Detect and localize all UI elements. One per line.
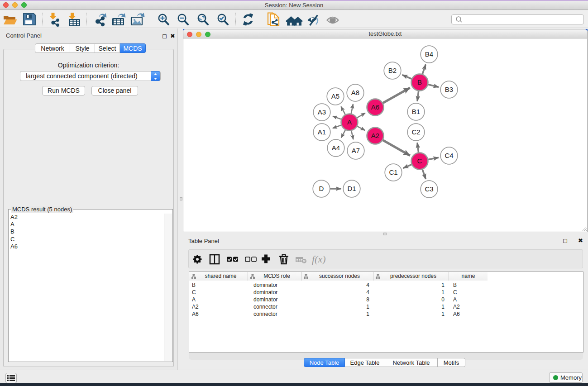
svg-text:C3: C3 — [425, 185, 433, 193]
svg-text:A5: A5 — [331, 92, 339, 100]
svg-text:B: B — [417, 78, 422, 86]
svg-text:A: A — [347, 118, 352, 126]
svg-text:A6: A6 — [371, 103, 379, 111]
svg-text:C: C — [417, 157, 422, 165]
svg-text:B2: B2 — [388, 67, 397, 74]
svg-text:A2: A2 — [371, 132, 379, 139]
svg-text:A8: A8 — [351, 89, 359, 96]
svg-text:D1: D1 — [347, 185, 356, 192]
svg-text:A3: A3 — [318, 108, 326, 116]
svg-text:D: D — [319, 185, 324, 192]
svg-text:C1: C1 — [389, 168, 397, 176]
svg-text:A7: A7 — [352, 147, 360, 154]
svg-text:C4: C4 — [445, 152, 453, 159]
svg-text:A1: A1 — [318, 128, 326, 136]
svg-text:A4: A4 — [332, 144, 340, 152]
svg-text:B1: B1 — [412, 108, 420, 115]
svg-text:B3: B3 — [445, 86, 453, 93]
svg-text:f(x): f(x) — [312, 253, 326, 265]
svg-text:B4: B4 — [425, 50, 433, 58]
svg-text:C2: C2 — [411, 128, 420, 136]
